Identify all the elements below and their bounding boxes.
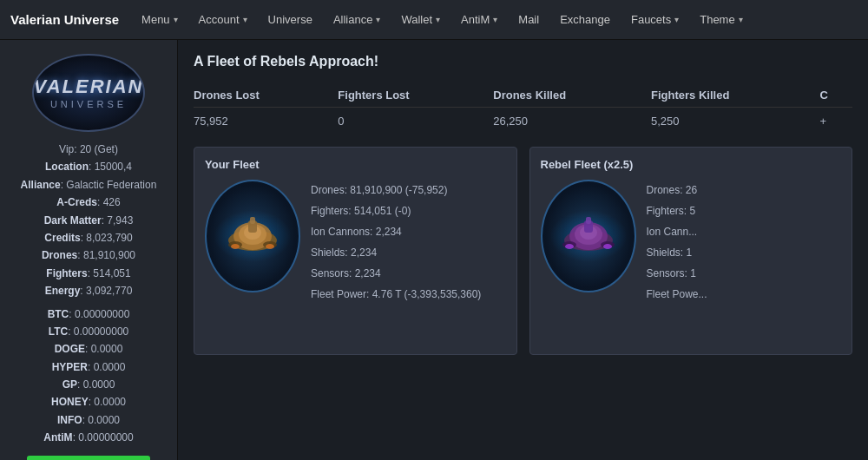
wallet-arrow-icon: ▾ — [436, 15, 440, 24]
your-ion-cannons: Ion Cannons: 2,234 — [311, 221, 481, 242]
fleet-row: Your Fleet — [194, 147, 852, 355]
main-layout: VALERIAN UNIVERSE Vip: 20 (Get) Location… — [0, 40, 868, 460]
rebel-fleet-panel: Rebel Fleet (x2.5) — [529, 147, 853, 355]
menu-arrow-icon: ▾ — [174, 15, 178, 24]
your-fighters: Fighters: 514,051 (-0) — [311, 200, 481, 221]
sidebar: VALERIAN UNIVERSE Vip: 20 (Get) Location… — [0, 40, 178, 460]
your-fleet-title: Your Fleet — [205, 158, 506, 171]
vip-info: Vip: 20 (Get) — [9, 141, 168, 158]
rebel-shields: Shields: 1 — [647, 242, 707, 263]
svg-rect-19 — [586, 217, 591, 224]
honey-info: HONEY: 0.0000 — [9, 393, 168, 411]
col-drones-killed: Drones Killed — [493, 83, 651, 108]
rebel-fleet-content: Drones: 26 Fighters: 5 Ion Cann... Shiel… — [541, 180, 842, 305]
nav-faucets[interactable]: Faucets ▾ — [621, 0, 689, 40]
nav-antim[interactable]: AntiM ▾ — [450, 0, 508, 40]
credits-info: Credits: 8,023,790 — [9, 229, 168, 246]
cell-fighters-lost: 0 — [338, 108, 493, 135]
theme-arrow-icon: ▾ — [739, 15, 743, 24]
rebel-drones: Drones: 26 — [647, 180, 707, 200]
ltc-info: LTC: 0.00000000 — [9, 323, 168, 340]
table-row: 75,952 0 26,250 5,250 + — [194, 108, 852, 135]
rebel-fleet-power: Fleet Powe... — [647, 284, 707, 305]
col-fighters-lost: Fighters Lost — [338, 83, 493, 108]
alliance-info: Alliance: Galactic Federation — [9, 176, 168, 194]
your-shields: Shields: 2,234 — [311, 242, 481, 263]
col-extra: C — [819, 83, 852, 108]
your-fleet-panel: Your Fleet — [194, 147, 517, 355]
rebel-fleet-ship-image — [541, 180, 636, 292]
btc-info: BTC: 0.00000000 — [9, 306, 168, 323]
nav-universe[interactable]: Universe — [258, 0, 323, 40]
svg-point-6 — [231, 244, 240, 249]
nav-mail[interactable]: Mail — [508, 0, 549, 40]
col-drones-lost: Drones Lost — [194, 83, 338, 108]
ship-icon — [218, 201, 287, 271]
top-navigation: Valerian Universe Menu ▾ Account ▾ Unive… — [0, 0, 868, 40]
rebel-ion-cannons: Ion Cann... — [647, 221, 707, 242]
your-fleet-ship-image — [205, 180, 300, 292]
drones-info: Drones: 81,910,900 — [9, 246, 168, 264]
cell-extra: + — [819, 108, 852, 135]
battle-title: A Fleet of Rebels Approach! — [194, 54, 852, 69]
rebel-fighters: Fighters: 5 — [647, 200, 707, 221]
fighters-info: Fighters: 514,051 — [9, 265, 168, 282]
nav-exchange[interactable]: Exchange — [549, 0, 621, 40]
dark-matter-info: Dark Matter: 7,943 — [9, 212, 168, 229]
info-info: INFO: 0.0000 — [9, 411, 168, 429]
sidebar-stats: Vip: 20 (Get) Location: 15000,4 Alliance… — [9, 141, 168, 447]
svg-point-16 — [565, 244, 574, 249]
logo-circle: VALERIAN UNIVERSE — [32, 54, 145, 132]
visit-currency-shop-button[interactable]: Visit Currency Shop — [27, 456, 150, 460]
rebel-fleet-title: Rebel Fleet (x2.5) — [541, 158, 842, 171]
nav-account[interactable]: Account ▾ — [188, 0, 258, 40]
rebel-sensors: Sensors: 1 — [647, 263, 707, 284]
nav-menu[interactable]: Menu ▾ — [131, 0, 188, 40]
nav-alliance[interactable]: Alliance ▾ — [323, 0, 391, 40]
account-arrow-icon: ▾ — [243, 15, 247, 24]
doge-info: DOGE: 0.0000 — [9, 340, 168, 358]
nav-theme[interactable]: Theme ▾ — [689, 0, 753, 40]
alliance-arrow-icon: ▾ — [376, 15, 380, 24]
nav-wallet[interactable]: Wallet ▾ — [391, 0, 450, 40]
logo-text: VALERIAN UNIVERSE — [34, 76, 144, 110]
faucets-arrow-icon: ▾ — [674, 15, 679, 24]
location-info: Location: 15000,4 — [9, 158, 168, 175]
hyper-info: HYPER: 0.0000 — [9, 358, 168, 376]
svg-rect-9 — [250, 217, 255, 224]
antim-info: AntiM: 0.00000000 — [9, 429, 168, 446]
your-sensors: Sensors: 2,234 — [311, 263, 481, 284]
your-fleet-content: Drones: 81,910,900 (-75,952) Fighters: 5… — [205, 180, 506, 305]
main-content: A Fleet of Rebels Approach! Drones Lost … — [178, 40, 868, 460]
your-fleet-stats: Drones: 81,910,900 (-75,952) Fighters: 5… — [311, 180, 481, 305]
acreds-info: A-Creds: 426 — [9, 194, 168, 211]
sidebar-logo: VALERIAN UNIVERSE — [28, 54, 149, 132]
rebel-ship-icon — [554, 201, 623, 271]
col-fighters-killed: Fighters Killed — [651, 83, 819, 108]
cell-drones-lost: 75,952 — [194, 108, 338, 135]
cell-drones-killed: 26,250 — [493, 108, 651, 135]
svg-point-7 — [266, 244, 274, 249]
battle-stats-table: Drones Lost Fighters Lost Drones Killed … — [194, 83, 852, 135]
rebel-fleet-stats: Drones: 26 Fighters: 5 Ion Cann... Shiel… — [647, 180, 707, 305]
brand-logo[interactable]: Valerian Universe — [7, 12, 131, 27]
your-drones: Drones: 81,910,900 (-75,952) — [311, 180, 481, 200]
antim-arrow-icon: ▾ — [493, 15, 497, 24]
gp-info: GP: 0.0000 — [9, 376, 168, 393]
cell-fighters-killed: 5,250 — [651, 108, 819, 135]
your-fleet-power: Fleet Power: 4.76 T (-3,393,535,360) — [311, 284, 481, 305]
svg-point-17 — [603, 244, 612, 249]
energy-info: Energy: 3,092,770 — [9, 282, 168, 299]
